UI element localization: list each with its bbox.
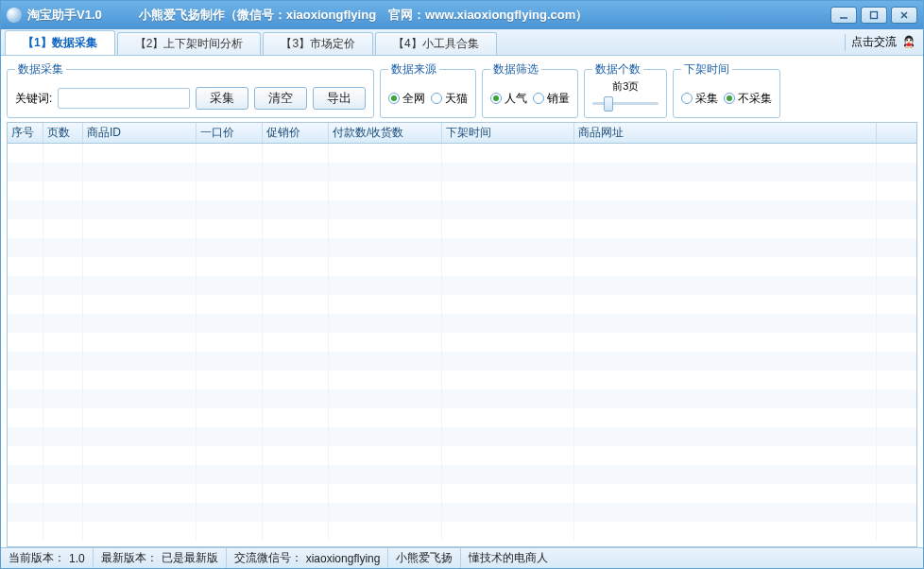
table-row[interactable] bbox=[8, 352, 916, 371]
svg-rect-1 bbox=[871, 12, 878, 19]
group-filter-legend: 数据筛选 bbox=[490, 61, 541, 78]
svg-point-6 bbox=[906, 39, 908, 41]
table-row[interactable] bbox=[8, 465, 916, 484]
grid-col-header[interactable]: 促销价 bbox=[263, 123, 329, 143]
table-row[interactable] bbox=[8, 484, 916, 503]
table-row[interactable] bbox=[8, 427, 916, 446]
table-row[interactable] bbox=[8, 522, 916, 541]
tab-tools[interactable]: 【4】小工具合集 bbox=[375, 32, 497, 55]
table-row[interactable] bbox=[8, 408, 916, 427]
count-slider[interactable] bbox=[592, 95, 659, 111]
radio-source-tmall[interactable]: 天猫 bbox=[431, 91, 468, 107]
tab-shelf-analysis[interactable]: 【2】上下架时间分析 bbox=[117, 32, 262, 55]
table-row[interactable] bbox=[8, 219, 916, 238]
slider-thumb[interactable] bbox=[604, 96, 613, 112]
tabbar: 【1】数据采集 【2】上下架时间分析 【3】市场定价 【4】小工具合集 点击交流 bbox=[1, 29, 923, 56]
group-source-legend: 数据来源 bbox=[388, 61, 439, 78]
svg-point-9 bbox=[905, 46, 909, 48]
grid-col-header[interactable]: 下架时间 bbox=[442, 123, 574, 143]
svg-point-11 bbox=[906, 43, 912, 45]
close-button[interactable] bbox=[891, 7, 917, 24]
group-source: 数据来源 全网 天猫 bbox=[380, 61, 476, 118]
group-collect-legend: 数据采集 bbox=[15, 61, 66, 78]
table-row[interactable] bbox=[8, 333, 916, 352]
table-row[interactable] bbox=[8, 144, 916, 163]
radio-filter-popularity[interactable]: 人气 bbox=[490, 91, 527, 107]
keyword-input[interactable] bbox=[58, 88, 190, 109]
group-count-legend: 数据个数 bbox=[592, 61, 643, 78]
table-row[interactable] bbox=[8, 257, 916, 276]
table-row[interactable] bbox=[8, 238, 916, 257]
grid-header: 序号页数商品ID一口价促销价付款数/收货数下架时间商品网址 bbox=[8, 123, 916, 144]
group-offtime: 下架时间 采集 不采集 bbox=[673, 61, 780, 118]
group-collect: 数据采集 关键词: 采集 清空 导出 bbox=[7, 61, 374, 118]
grid-col-header[interactable]: 付款数/收货数 bbox=[329, 123, 442, 143]
table-row[interactable] bbox=[8, 314, 916, 333]
table-row[interactable] bbox=[8, 371, 916, 389]
tab-data-collect[interactable]: 【1】数据采集 bbox=[5, 30, 115, 55]
grid-body[interactable] bbox=[8, 144, 916, 546]
status-wechat-label: 交流微信号： bbox=[234, 550, 302, 566]
table-row[interactable] bbox=[8, 295, 916, 314]
table-row[interactable] bbox=[8, 503, 916, 522]
svg-point-7 bbox=[910, 39, 912, 41]
statusbar: 当前版本：1.0 最新版本：已是最新版 交流微信号：xiaoxiongflyin… bbox=[1, 547, 923, 568]
clear-button[interactable]: 清空 bbox=[254, 87, 307, 110]
export-button[interactable]: 导出 bbox=[313, 87, 366, 110]
table-row[interactable] bbox=[8, 446, 916, 465]
radio-filter-sales[interactable]: 销量 bbox=[533, 91, 570, 107]
group-count: 数据个数 前3页 bbox=[584, 61, 667, 118]
maximize-button[interactable] bbox=[861, 7, 887, 24]
status-latest-value: 已是最新版 bbox=[162, 550, 218, 566]
minimize-button[interactable] bbox=[830, 7, 857, 24]
count-value-label: 前3页 bbox=[612, 79, 639, 94]
radio-offtime-collect[interactable]: 采集 bbox=[681, 91, 718, 107]
data-grid: 序号页数商品ID一口价促销价付款数/收货数下架时间商品网址 bbox=[7, 122, 917, 547]
svg-point-10 bbox=[909, 46, 913, 48]
collect-button[interactable]: 采集 bbox=[196, 87, 248, 110]
status-wechat-value: xiaoxiongflying bbox=[306, 552, 381, 565]
tab-market-pricing[interactable]: 【3】市场定价 bbox=[263, 32, 373, 55]
app-window: 淘宝助手V1.0 小熊爱飞扬制作（微信号：xiaoxiongflying 官网：… bbox=[0, 0, 924, 569]
qq-icon[interactable] bbox=[900, 34, 917, 51]
status-latest-label: 最新版本： bbox=[101, 550, 158, 566]
table-row[interactable] bbox=[8, 163, 916, 181]
status-current-value: 1.0 bbox=[69, 552, 85, 565]
grid-col-header[interactable]: 商品网址 bbox=[574, 123, 877, 143]
table-row[interactable] bbox=[8, 276, 916, 295]
status-slogan: 懂技术的电商人 bbox=[469, 550, 548, 566]
radio-offtime-nocollect[interactable]: 不采集 bbox=[724, 91, 772, 107]
table-row[interactable] bbox=[8, 181, 916, 200]
grid-col-header[interactable]: 序号 bbox=[8, 123, 43, 143]
keyword-label: 关键词: bbox=[15, 91, 52, 107]
status-current-label: 当前版本： bbox=[9, 550, 65, 566]
grid-col-header[interactable]: 页数 bbox=[43, 123, 83, 143]
click-chat-label[interactable]: 点击交流 bbox=[851, 34, 897, 50]
status-author: 小熊爱飞扬 bbox=[396, 550, 453, 566]
radio-source-all[interactable]: 全网 bbox=[388, 91, 425, 107]
window-title: 淘宝助手V1.0 小熊爱飞扬制作（微信号：xiaoxiongflying 官网：… bbox=[27, 7, 588, 24]
titlebar[interactable]: 淘宝助手V1.0 小熊爱飞扬制作（微信号：xiaoxiongflying 官网：… bbox=[1, 1, 923, 29]
group-filter: 数据筛选 人气 销量 bbox=[482, 61, 578, 118]
tabbar-divider bbox=[845, 34, 846, 51]
group-offtime-legend: 下架时间 bbox=[681, 61, 732, 78]
table-row[interactable] bbox=[8, 200, 916, 219]
app-icon bbox=[7, 8, 22, 23]
grid-col-header[interactable]: 一口价 bbox=[197, 123, 263, 143]
table-row[interactable] bbox=[8, 389, 916, 408]
grid-col-header[interactable]: 商品ID bbox=[83, 123, 197, 143]
